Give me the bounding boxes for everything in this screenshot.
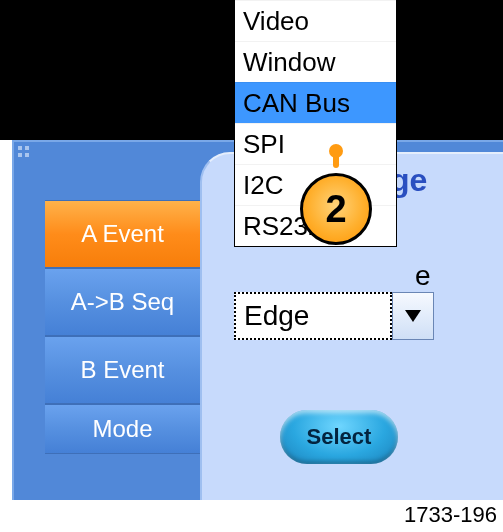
trigger-type-select[interactable]: Edge (234, 292, 434, 340)
dropdown-option[interactable]: SPI (235, 123, 396, 164)
tab-b-event[interactable]: B Event (45, 336, 200, 404)
document-number: 1733-196 (404, 502, 497, 528)
panel-subtitle-fragment: e (415, 260, 431, 292)
select-button[interactable]: Select (280, 410, 398, 464)
dropdown-option[interactable]: Video (235, 0, 396, 41)
svg-marker-0 (405, 310, 421, 322)
tab-mode[interactable]: Mode (45, 404, 200, 454)
tab-a-event[interactable]: A Event (45, 200, 200, 268)
dropdown-option[interactable]: Window (235, 41, 396, 82)
callout-marker: 2 (300, 173, 372, 245)
select-current-value: Edge (234, 292, 392, 340)
frame-grip-icon (18, 146, 29, 157)
tab-ab-seq[interactable]: A->B Seq (45, 268, 200, 336)
chevron-down-icon[interactable] (392, 292, 434, 340)
event-tabs: A Event A->B Seq B Event Mode (45, 200, 200, 454)
dropdown-option-highlighted[interactable]: CAN Bus (235, 82, 396, 123)
